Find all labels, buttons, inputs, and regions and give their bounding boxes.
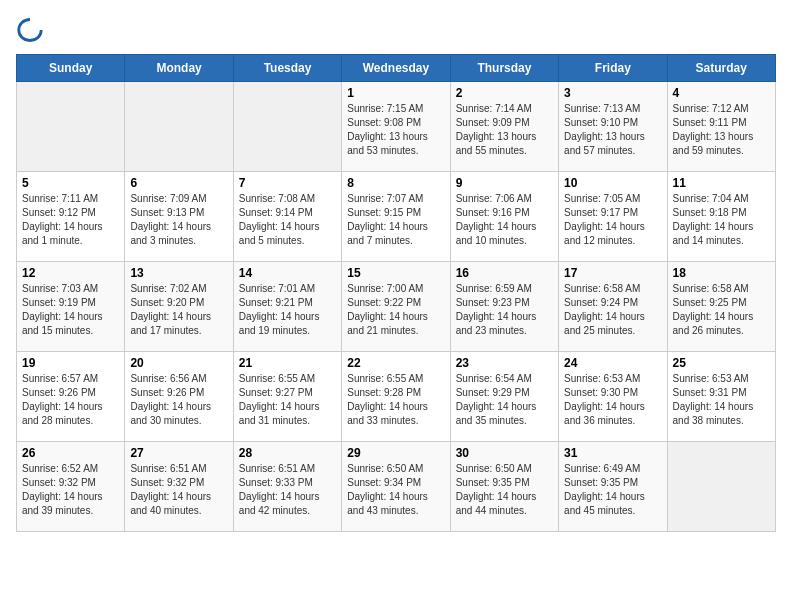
day-info: Sunrise: 7:09 AMSunset: 9:13 PMDaylight:… (130, 192, 227, 248)
calendar-week-2: 5Sunrise: 7:11 AMSunset: 9:12 PMDaylight… (17, 172, 776, 262)
calendar-cell: 28Sunrise: 6:51 AMSunset: 9:33 PMDayligh… (233, 442, 341, 532)
day-info: Sunrise: 6:50 AMSunset: 9:34 PMDaylight:… (347, 462, 444, 518)
calendar-cell (125, 82, 233, 172)
calendar-cell: 2Sunrise: 7:14 AMSunset: 9:09 PMDaylight… (450, 82, 558, 172)
calendar-cell: 15Sunrise: 7:00 AMSunset: 9:22 PMDayligh… (342, 262, 450, 352)
calendar-cell: 18Sunrise: 6:58 AMSunset: 9:25 PMDayligh… (667, 262, 775, 352)
day-number: 8 (347, 176, 444, 190)
day-number: 30 (456, 446, 553, 460)
logo (16, 16, 48, 44)
day-number: 24 (564, 356, 661, 370)
day-info: Sunrise: 6:53 AMSunset: 9:31 PMDaylight:… (673, 372, 770, 428)
day-number: 15 (347, 266, 444, 280)
day-number: 23 (456, 356, 553, 370)
day-info: Sunrise: 7:12 AMSunset: 9:11 PMDaylight:… (673, 102, 770, 158)
day-number: 9 (456, 176, 553, 190)
day-number: 6 (130, 176, 227, 190)
calendar-cell: 19Sunrise: 6:57 AMSunset: 9:26 PMDayligh… (17, 352, 125, 442)
day-info: Sunrise: 7:03 AMSunset: 9:19 PMDaylight:… (22, 282, 119, 338)
day-info: Sunrise: 6:53 AMSunset: 9:30 PMDaylight:… (564, 372, 661, 428)
day-number: 3 (564, 86, 661, 100)
calendar-cell: 16Sunrise: 6:59 AMSunset: 9:23 PMDayligh… (450, 262, 558, 352)
day-number: 28 (239, 446, 336, 460)
calendar-cell (667, 442, 775, 532)
day-number: 1 (347, 86, 444, 100)
day-number: 2 (456, 86, 553, 100)
day-number: 31 (564, 446, 661, 460)
calendar-cell: 6Sunrise: 7:09 AMSunset: 9:13 PMDaylight… (125, 172, 233, 262)
day-info: Sunrise: 7:05 AMSunset: 9:17 PMDaylight:… (564, 192, 661, 248)
day-info: Sunrise: 7:01 AMSunset: 9:21 PMDaylight:… (239, 282, 336, 338)
calendar-cell: 21Sunrise: 6:55 AMSunset: 9:27 PMDayligh… (233, 352, 341, 442)
day-number: 29 (347, 446, 444, 460)
day-header-wednesday: Wednesday (342, 55, 450, 82)
calendar-cell: 25Sunrise: 6:53 AMSunset: 9:31 PMDayligh… (667, 352, 775, 442)
calendar-cell: 10Sunrise: 7:05 AMSunset: 9:17 PMDayligh… (559, 172, 667, 262)
day-number: 22 (347, 356, 444, 370)
day-info: Sunrise: 7:15 AMSunset: 9:08 PMDaylight:… (347, 102, 444, 158)
calendar-cell: 5Sunrise: 7:11 AMSunset: 9:12 PMDaylight… (17, 172, 125, 262)
day-info: Sunrise: 6:52 AMSunset: 9:32 PMDaylight:… (22, 462, 119, 518)
calendar-cell (233, 82, 341, 172)
day-info: Sunrise: 6:56 AMSunset: 9:26 PMDaylight:… (130, 372, 227, 428)
day-info: Sunrise: 7:08 AMSunset: 9:14 PMDaylight:… (239, 192, 336, 248)
calendar-cell: 27Sunrise: 6:51 AMSunset: 9:32 PMDayligh… (125, 442, 233, 532)
calendar-cell: 14Sunrise: 7:01 AMSunset: 9:21 PMDayligh… (233, 262, 341, 352)
day-info: Sunrise: 7:06 AMSunset: 9:16 PMDaylight:… (456, 192, 553, 248)
calendar-week-4: 19Sunrise: 6:57 AMSunset: 9:26 PMDayligh… (17, 352, 776, 442)
day-number: 18 (673, 266, 770, 280)
day-info: Sunrise: 6:50 AMSunset: 9:35 PMDaylight:… (456, 462, 553, 518)
calendar-cell: 13Sunrise: 7:02 AMSunset: 9:20 PMDayligh… (125, 262, 233, 352)
day-header-tuesday: Tuesday (233, 55, 341, 82)
day-info: Sunrise: 6:55 AMSunset: 9:27 PMDaylight:… (239, 372, 336, 428)
day-info: Sunrise: 6:59 AMSunset: 9:23 PMDaylight:… (456, 282, 553, 338)
day-info: Sunrise: 6:54 AMSunset: 9:29 PMDaylight:… (456, 372, 553, 428)
page-header (16, 16, 776, 44)
calendar-cell (17, 82, 125, 172)
calendar-cell: 23Sunrise: 6:54 AMSunset: 9:29 PMDayligh… (450, 352, 558, 442)
day-number: 21 (239, 356, 336, 370)
day-number: 5 (22, 176, 119, 190)
calendar-cell: 26Sunrise: 6:52 AMSunset: 9:32 PMDayligh… (17, 442, 125, 532)
day-info: Sunrise: 6:58 AMSunset: 9:25 PMDaylight:… (673, 282, 770, 338)
day-number: 14 (239, 266, 336, 280)
calendar-table: SundayMondayTuesdayWednesdayThursdayFrid… (16, 54, 776, 532)
day-header-sunday: Sunday (17, 55, 125, 82)
day-number: 16 (456, 266, 553, 280)
calendar-cell: 29Sunrise: 6:50 AMSunset: 9:34 PMDayligh… (342, 442, 450, 532)
day-info: Sunrise: 6:51 AMSunset: 9:33 PMDaylight:… (239, 462, 336, 518)
calendar-cell: 8Sunrise: 7:07 AMSunset: 9:15 PMDaylight… (342, 172, 450, 262)
calendar-cell: 12Sunrise: 7:03 AMSunset: 9:19 PMDayligh… (17, 262, 125, 352)
calendar-week-5: 26Sunrise: 6:52 AMSunset: 9:32 PMDayligh… (17, 442, 776, 532)
calendar-cell: 22Sunrise: 6:55 AMSunset: 9:28 PMDayligh… (342, 352, 450, 442)
day-header-friday: Friday (559, 55, 667, 82)
day-info: Sunrise: 7:04 AMSunset: 9:18 PMDaylight:… (673, 192, 770, 248)
day-info: Sunrise: 6:49 AMSunset: 9:35 PMDaylight:… (564, 462, 661, 518)
day-info: Sunrise: 6:51 AMSunset: 9:32 PMDaylight:… (130, 462, 227, 518)
day-number: 25 (673, 356, 770, 370)
calendar-cell: 20Sunrise: 6:56 AMSunset: 9:26 PMDayligh… (125, 352, 233, 442)
day-number: 27 (130, 446, 227, 460)
calendar-cell: 3Sunrise: 7:13 AMSunset: 9:10 PMDaylight… (559, 82, 667, 172)
calendar-body: 1Sunrise: 7:15 AMSunset: 9:08 PMDaylight… (17, 82, 776, 532)
calendar-header-row: SundayMondayTuesdayWednesdayThursdayFrid… (17, 55, 776, 82)
day-info: Sunrise: 6:58 AMSunset: 9:24 PMDaylight:… (564, 282, 661, 338)
day-number: 17 (564, 266, 661, 280)
day-info: Sunrise: 7:00 AMSunset: 9:22 PMDaylight:… (347, 282, 444, 338)
calendar-cell: 24Sunrise: 6:53 AMSunset: 9:30 PMDayligh… (559, 352, 667, 442)
day-number: 11 (673, 176, 770, 190)
day-info: Sunrise: 7:11 AMSunset: 9:12 PMDaylight:… (22, 192, 119, 248)
day-number: 4 (673, 86, 770, 100)
day-info: Sunrise: 7:07 AMSunset: 9:15 PMDaylight:… (347, 192, 444, 248)
day-number: 10 (564, 176, 661, 190)
day-info: Sunrise: 7:02 AMSunset: 9:20 PMDaylight:… (130, 282, 227, 338)
day-number: 7 (239, 176, 336, 190)
calendar-cell: 1Sunrise: 7:15 AMSunset: 9:08 PMDaylight… (342, 82, 450, 172)
logo-icon (16, 16, 44, 44)
calendar-cell: 11Sunrise: 7:04 AMSunset: 9:18 PMDayligh… (667, 172, 775, 262)
day-number: 26 (22, 446, 119, 460)
calendar-cell: 9Sunrise: 7:06 AMSunset: 9:16 PMDaylight… (450, 172, 558, 262)
day-header-saturday: Saturday (667, 55, 775, 82)
day-info: Sunrise: 7:14 AMSunset: 9:09 PMDaylight:… (456, 102, 553, 158)
day-header-monday: Monday (125, 55, 233, 82)
